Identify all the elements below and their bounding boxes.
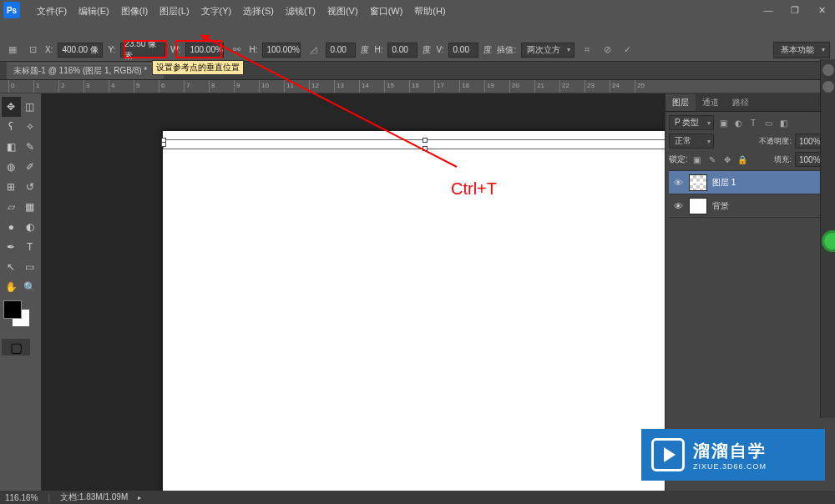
menu-filter[interactable]: 滤镜(T)	[281, 3, 321, 19]
commit-transform-icon[interactable]: ✓	[620, 43, 635, 58]
shape-tool[interactable]: ▭	[21, 257, 40, 277]
maximize-button[interactable]: ❐	[785, 3, 805, 18]
transform-handle-ml[interactable]	[161, 142, 166, 147]
crop-tool[interactable]: ◧	[2, 137, 21, 157]
interp-label: 插值:	[497, 44, 516, 56]
panel-icon[interactable]	[822, 81, 834, 93]
layer-filter-kind[interactable]: P 类型	[669, 115, 714, 130]
document-tab[interactable]: 未标题-1 @ 116% (图层 1, RGB/8) * ×	[7, 63, 164, 79]
watermark-title: 溜溜自学	[693, 440, 767, 462]
filter-pixel-icon[interactable]: ▣	[717, 117, 729, 129]
lock-transparency-icon[interactable]: ▣	[691, 154, 703, 165]
layer-thumbnail[interactable]	[689, 198, 707, 214]
lasso-tool[interactable]: ʕ	[2, 117, 21, 137]
eraser-tool[interactable]: ▱	[2, 197, 21, 217]
interpolation-dropdown[interactable]: 两次立方	[521, 43, 574, 58]
layer-thumbnail[interactable]	[689, 174, 707, 191]
heal-tool[interactable]: ◍	[2, 157, 21, 177]
y-field[interactable]: 23.50 像素	[120, 43, 165, 58]
close-button[interactable]: ✕	[812, 3, 832, 18]
document-tab-label: 未标题-1 @ 116% (图层 1, RGB/8) *	[13, 65, 147, 77]
quickmask-toggle[interactable]: ▢	[2, 339, 30, 355]
move-tool[interactable]: ✥	[2, 97, 21, 117]
filter-shape-icon[interactable]: ▭	[762, 117, 774, 129]
transform-handle-bm[interactable]	[423, 146, 428, 151]
dodge-tool[interactable]: ◐	[21, 217, 40, 237]
layer-row[interactable]: 👁 背景 🔒	[669, 194, 832, 218]
v-skew-field[interactable]: 0.00	[448, 43, 478, 58]
watermark-logo-icon	[651, 438, 685, 471]
lock-label: 锁定:	[669, 154, 688, 165]
filter-smart-icon[interactable]: ◧	[777, 117, 789, 129]
path-select-tool[interactable]: ↖	[2, 257, 21, 277]
menu-image[interactable]: 图像(I)	[116, 3, 153, 19]
x-field[interactable]: 400.00 像	[58, 43, 103, 58]
link-icon[interactable]: ⚯	[229, 43, 244, 58]
lock-pixel-icon[interactable]: ✎	[706, 154, 718, 165]
gradient-tool[interactable]: ▦	[21, 197, 40, 217]
brush-tool[interactable]: ✐	[21, 157, 40, 177]
zoom-tool[interactable]: 🔍	[21, 277, 40, 297]
menu-edit[interactable]: 编辑(E)	[73, 3, 114, 19]
reference-point-icon[interactable]: ⊡	[25, 43, 40, 58]
type-tool[interactable]: T	[21, 237, 40, 257]
layer-name: 图层 1	[712, 177, 736, 189]
menu-view[interactable]: 视图(V)	[322, 3, 363, 19]
history-brush-tool[interactable]: ↺	[21, 177, 40, 197]
menu-type[interactable]: 文字(Y)	[196, 3, 237, 19]
warp-icon[interactable]: ⌗	[579, 43, 595, 58]
foreground-color-swatch[interactable]	[3, 300, 22, 319]
blend-mode-dropdown[interactable]: 正常	[669, 134, 714, 149]
w-field[interactable]: 100.00%	[185, 43, 224, 58]
transform-bounding-box[interactable]	[163, 139, 665, 149]
visibility-icon[interactable]: 👁	[672, 201, 684, 211]
transform-tool-icon[interactable]: ▦	[5, 43, 20, 58]
cancel-transform-icon[interactable]: ⊘	[600, 43, 615, 58]
ruler-horizontal: 0 1 2 3 4 5 6 7 8 9 10 11 12 13 14 15 16…	[0, 80, 835, 93]
workspace-dropdown[interactable]: 基本功能	[773, 42, 830, 58]
v-skew-unit: 度	[483, 44, 492, 56]
menu-file[interactable]: 文件(F)	[32, 3, 72, 19]
layer-row[interactable]: 👁 图层 1	[669, 171, 832, 194]
menu-help[interactable]: 帮助(H)	[409, 3, 450, 19]
minimize-button[interactable]: —	[758, 3, 778, 18]
document-canvas[interactable]	[163, 131, 665, 504]
y-label: Y:	[108, 45, 115, 54]
status-bar: 116.16% | 文档:1.83M/1.09M ▸	[0, 491, 835, 504]
lock-all-icon[interactable]: 🔒	[736, 154, 748, 165]
tab-paths[interactable]: 路径	[726, 94, 756, 111]
panel-icon[interactable]	[822, 64, 834, 76]
layer-name: 背景	[712, 200, 729, 212]
menu-select[interactable]: 选择(S)	[238, 3, 279, 19]
menu-window[interactable]: 窗口(W)	[365, 3, 408, 19]
canvas-area[interactable]: Ctrl+T	[42, 93, 665, 504]
menu-layer[interactable]: 图层(L)	[154, 3, 194, 19]
hand-tool[interactable]: ✋	[2, 277, 21, 297]
pen-tool[interactable]: ✒	[2, 237, 21, 257]
color-swatches[interactable]	[2, 300, 35, 334]
options-bar: ▦ ⊡ X: 400.00 像 Y: 23.50 像素 W: 100.00% ⚯…	[0, 38, 835, 62]
zoom-level[interactable]: 116.16%	[5, 493, 38, 502]
layer-list: 👁 图层 1 👁 背景 🔒	[669, 170, 832, 218]
filter-adjust-icon[interactable]: ◐	[732, 117, 744, 129]
opacity-label: 不透明度:	[759, 136, 792, 147]
rot-unit: 度	[361, 44, 369, 56]
tab-layers[interactable]: 图层	[665, 94, 696, 111]
eyedropper-tool[interactable]: ✎	[21, 137, 40, 157]
visibility-icon[interactable]: 👁	[672, 178, 684, 188]
h-skew-field[interactable]: 0.00	[387, 43, 418, 58]
stamp-tool[interactable]: ⊞	[2, 177, 21, 197]
document-tab-row: 未标题-1 @ 116% (图层 1, RGB/8) * ×	[0, 62, 835, 80]
h-field[interactable]: 100.00%	[262, 43, 301, 58]
tab-channels[interactable]: 通道	[696, 94, 726, 111]
magic-wand-tool[interactable]: ✧	[21, 117, 40, 137]
marquee-tool[interactable]: ◫	[21, 97, 40, 117]
doc-size[interactable]: 文档:1.83M/1.09M	[60, 491, 128, 503]
filter-type-icon[interactable]: T	[747, 117, 759, 129]
blur-tool[interactable]: ●	[2, 217, 21, 237]
transform-handle-tm[interactable]	[423, 138, 428, 143]
lock-position-icon[interactable]: ✥	[721, 154, 733, 165]
rotation-field[interactable]: 0.00	[326, 43, 356, 58]
fill-label: 填充:	[774, 154, 792, 165]
h-label: H:	[249, 45, 257, 54]
